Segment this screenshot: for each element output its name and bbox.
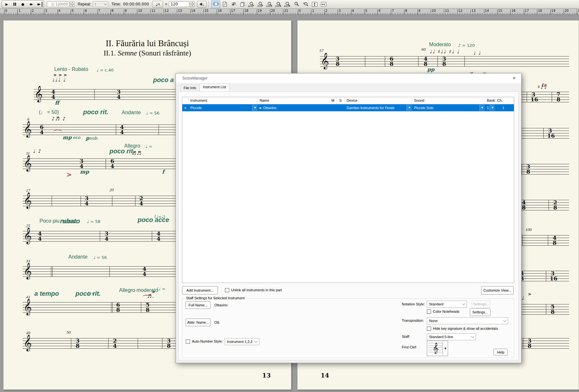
help-button[interactable]: Help xyxy=(494,349,508,355)
repeat-label: Repeat: xyxy=(78,2,91,6)
studio-view-button[interactable] xyxy=(229,1,238,8)
ruler-tick xyxy=(164,9,164,14)
zoom-50-button[interactable]: 50% xyxy=(247,1,256,8)
sound-dropdown-icon[interactable]: ▼ xyxy=(480,105,485,111)
play-button[interactable]: ▶ xyxy=(3,2,10,7)
zoom-75-button[interactable]: 75% xyxy=(256,1,265,8)
barline xyxy=(159,124,159,135)
tempo-input[interactable]: 120 xyxy=(169,1,189,7)
scroll-view-button[interactable] xyxy=(211,1,220,8)
pause-button[interactable] xyxy=(11,2,18,7)
fit-height-button[interactable]: ↕ xyxy=(310,1,319,8)
channel-cell[interactable]: 1 xyxy=(495,104,508,111)
abbr-name-button[interactable]: Abbr. Name... xyxy=(186,319,211,326)
fit-width-button[interactable]: ↔ xyxy=(319,1,328,8)
name-cell[interactable]: ▶ Ottavino xyxy=(258,104,329,111)
staff-select[interactable]: Standard 5-line xyxy=(427,333,476,340)
tab-file-info[interactable]: File Info xyxy=(180,85,199,91)
customize-view-button[interactable]: Customize View... xyxy=(481,286,514,294)
transposition-select[interactable]: None xyxy=(427,317,508,324)
row-grip-handle[interactable]: ≡ xyxy=(182,104,188,111)
tempo-spinner: ▲ ▼ xyxy=(190,1,194,7)
auto-number-checkbox[interactable] xyxy=(186,339,190,344)
tempo-down-button[interactable]: ▼ xyxy=(190,4,194,7)
audio-setup-button[interactable] xyxy=(197,1,207,8)
unlink-checkbox[interactable] xyxy=(225,288,229,292)
music-text: ♪ = 120 xyxy=(458,43,475,48)
instrument-cell[interactable]: Piccolo ▼ xyxy=(188,104,258,111)
time-signature: 28 xyxy=(552,200,558,210)
auto-number-select[interactable]: Instrument 1,2,3 xyxy=(225,338,259,345)
ruler-tick xyxy=(230,9,230,14)
barline xyxy=(71,338,71,349)
header-name: Name xyxy=(258,97,329,104)
clef-dropdown-icon[interactable]: ▼ xyxy=(443,342,448,355)
notation-style-select[interactable]: Standard xyxy=(427,301,467,308)
ruler-tick xyxy=(270,9,270,14)
header-solo: S xyxy=(337,97,345,104)
ruler-number: 1 xyxy=(312,9,314,13)
bank-dropdown-icon[interactable]: ▼ xyxy=(490,105,495,111)
dialog-titlebar[interactable]: ScoreManager ✕ xyxy=(176,73,521,83)
device-cell[interactable]: Garritan Instruments for Finale ▼ xyxy=(345,104,412,111)
close-icon[interactable]: ✕ xyxy=(511,75,517,81)
device-dropdown-icon[interactable]: ▼ xyxy=(407,105,412,111)
expand-triangle-icon[interactable]: ▶ xyxy=(260,107,262,109)
ruler-tick xyxy=(97,9,98,14)
tab-instrument-list[interactable]: Instrument List xyxy=(200,84,229,91)
time-signature: 38 xyxy=(441,56,447,66)
bank-cell[interactable]: 1 ▼ xyxy=(485,104,495,111)
hide-key-signature-checkbox[interactable] xyxy=(427,327,431,331)
ruler-tick xyxy=(564,9,564,14)
solo-cell[interactable] xyxy=(337,104,345,111)
instrument-row-piccolo[interactable]: ≡ Piccolo ▼ ▶ Ottavino Garritan Instrume… xyxy=(182,104,514,111)
position-spinner: ▲ ▼ xyxy=(70,1,74,7)
abbr-name-value: Ott. xyxy=(214,320,220,324)
tempo-up-button[interactable]: ▲ xyxy=(190,1,194,4)
music-text: eco xyxy=(73,135,80,140)
sound-cell[interactable]: Piccolo Solo ▼ xyxy=(412,104,485,111)
color-settings-button[interactable]: Settings... xyxy=(470,308,490,316)
playback-position-counter[interactable]: 1| 1|0000 xyxy=(47,1,69,7)
linked-parts-button[interactable] xyxy=(238,1,247,8)
add-instrument-button[interactable]: Add Instrument... xyxy=(182,286,218,294)
first-clef-button[interactable]: 𝄞 ▼ xyxy=(427,341,448,356)
full-name-value: Ottavino xyxy=(214,303,228,307)
fast-forward-button[interactable]: ▶▶ xyxy=(27,2,34,7)
subtitle-name: Semne xyxy=(118,49,137,57)
treble-clef-icon: 𝄞 xyxy=(23,156,32,170)
tempo-unit-button[interactable]: ♩ ▲▼ xyxy=(152,1,163,8)
ruler-tick xyxy=(364,9,365,14)
zoom-400-button[interactable]: 400% xyxy=(283,1,292,8)
ruler-number: 18 xyxy=(244,9,248,13)
ruler-tick xyxy=(338,9,338,14)
music-text: (♩=♩) xyxy=(154,214,165,219)
record-button[interactable]: ● xyxy=(19,2,26,7)
color-noteheads-checkbox[interactable] xyxy=(427,310,431,314)
previous-zoom-button[interactable] xyxy=(301,1,310,8)
page-view-button[interactable] xyxy=(220,1,229,8)
zoom-200-button[interactable]: 200% xyxy=(274,1,283,8)
repeat-count-select[interactable]: 1 xyxy=(93,1,108,7)
time-signature: 34 xyxy=(79,158,84,169)
ruler-number: 14 xyxy=(485,9,489,13)
music-text: ♩ = 56 xyxy=(93,255,107,260)
header-mute: M xyxy=(329,97,337,104)
ruler-tick xyxy=(550,9,551,14)
ruler-number: 19 xyxy=(551,9,556,13)
ruler-number: 12 xyxy=(458,9,462,13)
custom-zoom-button[interactable]: ? xyxy=(292,1,301,8)
ruler-tick xyxy=(44,9,44,14)
mute-cell[interactable] xyxy=(329,104,337,111)
spinner-up-button[interactable]: ▲ xyxy=(70,1,74,4)
time-label: Time: xyxy=(111,2,121,6)
music-text: ♬♬ xyxy=(132,150,142,156)
zoom-100-button[interactable]: 100% xyxy=(265,1,274,8)
skip-to-end-button[interactable]: ▶▶ xyxy=(35,2,42,7)
instrument-dropdown-icon[interactable]: ▼ xyxy=(252,105,257,111)
full-name-button[interactable]: Full Name... xyxy=(186,301,211,309)
ruler-tick xyxy=(177,9,177,14)
spinner-down-button[interactable]: ▼ xyxy=(70,4,74,7)
hide-key-signature-label: Hide key signature & show all accidental… xyxy=(433,327,498,330)
music-text: 50 xyxy=(66,330,71,335)
